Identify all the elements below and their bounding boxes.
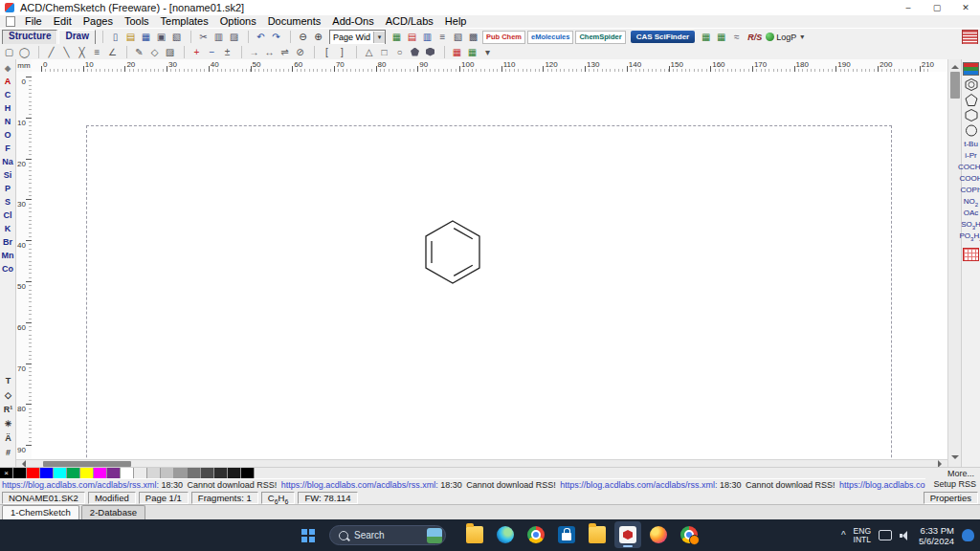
vertical-scroll-thumb[interactable] bbox=[950, 72, 960, 99]
pencil-tool-icon[interactable]: ✎ bbox=[132, 45, 146, 59]
start-button[interactable] bbox=[299, 526, 318, 545]
color-cell-6[interactable] bbox=[94, 468, 107, 478]
template-tool-icon[interactable]: ◇ bbox=[147, 45, 162, 59]
element-br[interactable]: Br bbox=[1, 236, 15, 249]
touch-keyboard-icon[interactable] bbox=[879, 530, 892, 540]
element-o[interactable]: O bbox=[1, 129, 15, 142]
chemsketch-taskbar-icon[interactable] bbox=[614, 521, 641, 548]
element-k[interactable]: K bbox=[1, 223, 15, 235]
menu-item-addons[interactable]: Add-Ons bbox=[326, 15, 379, 28]
rs-stereo-button[interactable]: R/S bbox=[745, 33, 765, 42]
color-cell-12[interactable] bbox=[174, 468, 188, 478]
zoom-in-icon[interactable]: ⊕ bbox=[311, 30, 325, 44]
bond-stereo-up-icon[interactable]: ╳ bbox=[75, 45, 89, 59]
template-so3h[interactable]: SO3H bbox=[961, 219, 980, 231]
color-cell-13[interactable] bbox=[188, 468, 201, 478]
ilab-upload-icon[interactable]: ▦ bbox=[699, 30, 713, 44]
logp-button[interactable]: LogP bbox=[766, 33, 796, 42]
structure-mode-button[interactable]: Structure bbox=[2, 30, 57, 45]
select-tool-icon[interactable]: ◈ bbox=[1, 62, 15, 75]
color-cell-17[interactable] bbox=[241, 468, 255, 478]
color-cell-7[interactable] bbox=[107, 468, 121, 478]
properties-button[interactable]: Properties bbox=[924, 492, 978, 504]
more-tools-icon[interactable]: ▾ bbox=[480, 45, 495, 59]
color-cell-3[interactable] bbox=[54, 468, 67, 478]
attachment-point-tool[interactable]: ✳ bbox=[1, 418, 15, 430]
draw-mode-button[interactable]: Draw bbox=[58, 30, 95, 45]
redo-icon[interactable]: ↷ bbox=[269, 30, 283, 44]
color-cell-5[interactable] bbox=[80, 468, 94, 478]
table-of-radicals-icon[interactable]: ▦ bbox=[390, 30, 404, 44]
copy-icon[interactable]: ▥ bbox=[212, 30, 226, 44]
text-tool[interactable]: T bbox=[1, 375, 15, 387]
chrome-icon[interactable] bbox=[523, 521, 549, 548]
template-ipr[interactable]: i-Pr bbox=[965, 150, 976, 162]
menu-item-documents[interactable]: Documents bbox=[262, 15, 327, 28]
menu-item-pages[interactable]: Pages bbox=[78, 15, 119, 28]
color-cell-16[interactable] bbox=[228, 468, 241, 478]
rss-link[interactable]: https://blog.acdlabs.com/acdlabs/rss.xml… bbox=[2, 480, 159, 490]
bond-triple-icon[interactable]: ≡ bbox=[90, 45, 104, 59]
element-s[interactable]: S bbox=[1, 196, 15, 209]
language-indicator[interactable]: ENG INTL bbox=[854, 527, 871, 544]
maximize-icon[interactable]: ▢ bbox=[923, 0, 951, 15]
scroll-down-icon[interactable] bbox=[951, 455, 959, 463]
ring-4-icon[interactable]: □ bbox=[377, 45, 391, 59]
emolecules-button[interactable]: eMolecules bbox=[527, 31, 573, 44]
setup-rss-button[interactable]: Setup RSS bbox=[925, 478, 980, 491]
store-icon[interactable] bbox=[553, 521, 580, 548]
template-no2[interactable]: NO2 bbox=[964, 196, 978, 208]
menu-item-acdlabs[interactable]: ACD/Labs bbox=[380, 15, 439, 28]
color-cell-1[interactable] bbox=[27, 468, 40, 478]
benzene-structure[interactable] bbox=[421, 218, 484, 287]
bracket-close-icon[interactable]: ] bbox=[335, 45, 349, 59]
select-lasso-icon[interactable]: ◯ bbox=[17, 45, 32, 59]
cyclopentane-template-icon[interactable] bbox=[964, 93, 979, 106]
color-cell-0[interactable] bbox=[13, 468, 27, 478]
ilab-download-icon[interactable]: ▦ bbox=[714, 30, 728, 44]
color-cell-2[interactable] bbox=[40, 468, 54, 478]
rss-link[interactable]: https://blog.acdlabs.com/acdlabs/rss.xml… bbox=[560, 480, 717, 490]
periodic-table-icon[interactable]: ▤ bbox=[405, 30, 419, 44]
numbering-tool[interactable]: # bbox=[1, 447, 15, 459]
rss-link[interactable]: https://blog.acdlabs.com/acdlabs/rss.xml… bbox=[281, 480, 438, 490]
template-po3h2[interactable]: PO3H2 bbox=[959, 231, 980, 242]
undo-icon[interactable]: ↶ bbox=[254, 30, 268, 44]
element-mn[interactable]: Mn bbox=[1, 250, 15, 262]
color-cell-4[interactable] bbox=[67, 468, 80, 478]
open-document-icon[interactable]: ▤ bbox=[123, 30, 138, 44]
clock[interactable]: 6:33 PM 5/6/2024 bbox=[919, 525, 954, 546]
vertical-scrollbar[interactable] bbox=[947, 59, 961, 467]
reaction-arrow-icon[interactable]: → bbox=[247, 45, 261, 59]
tab-2database[interactable]: 2-Database bbox=[81, 505, 145, 519]
select-rectangle-icon[interactable]: ▢ bbox=[2, 45, 16, 59]
element-co[interactable]: Co bbox=[1, 263, 15, 276]
charge-toggle-icon[interactable]: ± bbox=[220, 45, 234, 59]
zoom-select[interactable]: Page Wid ▾ bbox=[329, 30, 386, 45]
menu-item-options[interactable]: Options bbox=[214, 15, 262, 28]
cut-icon[interactable]: ✂ bbox=[196, 30, 211, 44]
equilibrium-arrow-icon[interactable]: ⇌ bbox=[278, 45, 292, 59]
new-document-icon[interactable]: ▯ bbox=[108, 30, 122, 44]
acd-labs-panel-icon[interactable] bbox=[962, 30, 978, 45]
menu-item-tools[interactable]: Tools bbox=[119, 15, 155, 28]
color-cell-11[interactable] bbox=[161, 468, 174, 478]
chemspider-button[interactable]: ChemSpider bbox=[575, 31, 625, 44]
template-coch3[interactable]: COCH3 bbox=[958, 162, 980, 173]
taskbar-search[interactable]: Search bbox=[329, 525, 446, 545]
menu-item-file[interactable]: File bbox=[19, 15, 48, 28]
cas-scifinder-button[interactable]: CAS SciFinder bbox=[631, 31, 696, 43]
element-f[interactable]: F bbox=[1, 143, 15, 155]
element-na[interactable]: Na bbox=[1, 156, 15, 168]
file-explorer-icon[interactable] bbox=[461, 521, 488, 548]
color-cell-10[interactable] bbox=[147, 468, 161, 478]
charge-plus-icon[interactable]: + bbox=[189, 45, 204, 59]
tab-1chemsketch[interactable]: 1-ChemSketch bbox=[2, 505, 79, 519]
resonance-arrow-icon[interactable]: ↔ bbox=[262, 45, 277, 59]
element-cl[interactable]: Cl bbox=[1, 209, 15, 222]
stoichiometry-table-icon[interactable]: ▦ bbox=[465, 45, 479, 59]
scroll-up-icon[interactable] bbox=[951, 61, 959, 69]
ring-aromatic-icon[interactable]: ○ bbox=[392, 45, 407, 59]
close-icon[interactable]: ✕ bbox=[951, 0, 980, 15]
element-n[interactable]: N bbox=[1, 116, 15, 128]
